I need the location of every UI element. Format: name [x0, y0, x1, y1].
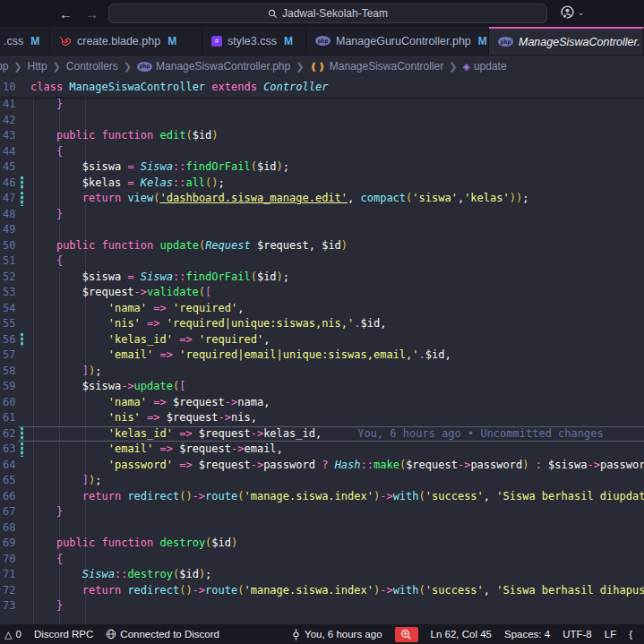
code-line-45[interactable]: 45 $siswa = Siswa::findOrFail($id);	[0, 159, 644, 176]
code-line-61[interactable]: 61 'nis' => $request->nis,	[0, 410, 644, 426]
code-line-63[interactable]: 63 'email' => $request->email,	[0, 442, 644, 458]
code-line-69[interactable]: 69 public function destroy($id)	[0, 536, 644, 552]
back-arrow-icon[interactable]: ←	[59, 6, 73, 21]
account-icon[interactable]	[560, 4, 575, 20]
code-line-65[interactable]: 65 ]);	[0, 473, 644, 489]
code-line-42[interactable]: 42	[0, 113, 644, 129]
code-line-57[interactable]: 57 'email' => 'required|email|unique:sis…	[0, 348, 644, 364]
breadcrumb-item-controllers[interactable]: Controllers	[64, 60, 120, 73]
line-number[interactable]: 73	[0, 598, 18, 614]
code-token: password,	[600, 459, 644, 471]
line-number[interactable]: 57	[0, 348, 18, 364]
code-token: with	[393, 490, 419, 502]
command-center-search[interactable]: Jadwal-Sekolah-Team	[108, 4, 547, 23]
line-number[interactable]: 44	[0, 144, 18, 160]
line-number[interactable]: 72	[0, 583, 18, 599]
line-number[interactable]: 55	[0, 316, 18, 332]
line-number[interactable]: 61	[0, 410, 18, 426]
code-line-56[interactable]: 56 'kelas_id' => 'required',	[0, 332, 644, 348]
tab-style3-css[interactable]: #style3.cssM	[202, 27, 306, 55]
line-number[interactable]: 56	[0, 332, 18, 348]
code-line-54[interactable]: 54 'nama' => 'required',	[0, 301, 644, 317]
line-number[interactable]: 58	[0, 364, 18, 380]
line-number[interactable]: 48	[0, 207, 18, 223]
line-number[interactable]: 51	[0, 253, 18, 270]
code-editor[interactable]: 41 }4243 public function edit($id)44 {45…	[0, 97, 644, 624]
code-line-43[interactable]: 43 public function edit($id)	[0, 128, 644, 144]
status-item-language-mode[interactable]: {	[623, 629, 639, 640]
code-line-48[interactable]: 48 }	[0, 207, 644, 223]
line-number[interactable]: 63	[0, 442, 18, 458]
line-number[interactable]: 47	[0, 191, 18, 207]
line-number[interactable]: 53	[0, 285, 18, 301]
code-line-47[interactable]: 47 return view('dashboard.siswa_manage.e…	[0, 191, 644, 207]
tab-create-blade-php[interactable]: create.blade.phpM	[50, 27, 202, 55]
tab-managesiswacontroller-[interactable]: phpManageSiswaController.	[489, 27, 644, 55]
code-line-53[interactable]: 53 $request->validate([	[0, 285, 644, 301]
chevron-down-icon[interactable]: ⌄	[578, 7, 585, 17]
line-number[interactable]: 59	[0, 379, 18, 395]
line-number[interactable]: 50	[0, 238, 18, 254]
line-number[interactable]: 67	[0, 504, 18, 520]
code-line-71[interactable]: 71 Siswa::destroy($id);	[0, 567, 644, 583]
status-item-zoom-tool[interactable]	[389, 627, 425, 642]
code-line-73[interactable]: 73 }	[0, 598, 644, 614]
code-line-46[interactable]: 46 $kelas = Kelas::all();	[0, 176, 644, 192]
line-number[interactable]: 60	[0, 395, 18, 411]
line-number[interactable]: 41	[0, 97, 18, 113]
sticky-scroll-line[interactable]: 10 class ManageSiswaController extends C…	[0, 77, 644, 97]
code-line-70[interactable]: 70 {	[0, 552, 644, 568]
code-token: return	[82, 490, 121, 502]
status-item-discord-connected[interactable]: Connected to Discord	[99, 629, 226, 640]
status-item-cursor-position[interactable]: Ln 62, Col 45	[425, 629, 498, 640]
status-item-encoding[interactable]: UTF-8	[556, 629, 598, 640]
line-number[interactable]: 71	[0, 567, 18, 583]
status-item-label: 0	[15, 629, 21, 640]
code-line-62[interactable]: 62 'kelas_id' => $request->kelas_id,You,…	[0, 426, 644, 442]
line-number[interactable]: 70	[0, 552, 18, 568]
line-number[interactable]: 49	[0, 222, 18, 238]
line-number[interactable]: 43	[0, 128, 18, 144]
forward-arrow-icon[interactable]: →	[85, 6, 99, 21]
code-line-64[interactable]: 64 'password' => $request->password ? Ha…	[0, 458, 644, 474]
code-line-60[interactable]: 60 'nama' => $request->nama,	[0, 395, 644, 411]
code-line-50[interactable]: 50 public function update(Request $reque…	[0, 238, 644, 254]
line-number[interactable]: 62	[0, 426, 18, 442]
status-item-problems[interactable]: △0	[0, 629, 28, 640]
line-number[interactable]: 52	[0, 270, 18, 286]
code-line-66[interactable]: 66 return redirect()->route('manage.sisw…	[0, 489, 644, 505]
line-number[interactable]: 65	[0, 473, 18, 489]
code-line-72[interactable]: 72 return redirect()->route('manage.sisw…	[0, 583, 644, 599]
breadcrumb-item-managesiswacontroller-php[interactable]: phpManageSiswaController.php	[135, 60, 292, 73]
code-line-44[interactable]: 44 {	[0, 144, 644, 160]
tab--css[interactable]: .cssM	[0, 27, 50, 55]
line-number[interactable]: 68	[0, 520, 18, 537]
line-number[interactable]: 66	[0, 489, 18, 505]
breadcrumb-item-pp[interactable]: pp	[0, 60, 10, 73]
code-token: $siswa	[30, 380, 121, 392]
code-line-52[interactable]: 52 $siswa = Siswa::findOrFail($id);	[0, 270, 644, 286]
tab-managegurucontroller-php[interactable]: phpManageGuruController.phpM	[306, 27, 489, 55]
status-item-blame[interactable]: You, 6 hours ago	[285, 629, 389, 640]
line-number[interactable]: 46	[0, 176, 18, 192]
line-number[interactable]: 42	[0, 113, 18, 129]
code-line-49[interactable]: 49	[0, 222, 644, 238]
code-line-55[interactable]: 55 'nis' => 'required|unique:siswas,nis,…	[0, 316, 644, 332]
code-line-67[interactable]: 67 }	[0, 504, 644, 520]
line-number[interactable]: 64	[0, 458, 18, 474]
code-token: ::	[173, 176, 185, 189]
breadcrumb-item-managesiswacontroller[interactable]: ❪❫ManageSiswaController	[307, 60, 445, 73]
status-item-discord-rpc[interactable]: Discord RPC	[28, 629, 99, 640]
status-item-indentation[interactable]: Spaces: 4	[498, 629, 556, 640]
line-number[interactable]: 69	[0, 536, 18, 552]
code-line-58[interactable]: 58 ]);	[0, 364, 644, 380]
breadcrumb-item-http[interactable]: Http	[26, 60, 49, 73]
breadcrumb-item-update[interactable]: ◈update	[460, 60, 508, 73]
code-line-41[interactable]: 41 }	[0, 97, 644, 113]
code-line-68[interactable]: 68	[0, 520, 644, 537]
code-line-59[interactable]: 59 $siswa->update([	[0, 379, 644, 395]
line-number[interactable]: 54	[0, 301, 18, 317]
line-number[interactable]: 45	[0, 159, 18, 176]
code-line-51[interactable]: 51 {	[0, 253, 644, 270]
status-item-eol[interactable]: LF	[598, 629, 623, 640]
